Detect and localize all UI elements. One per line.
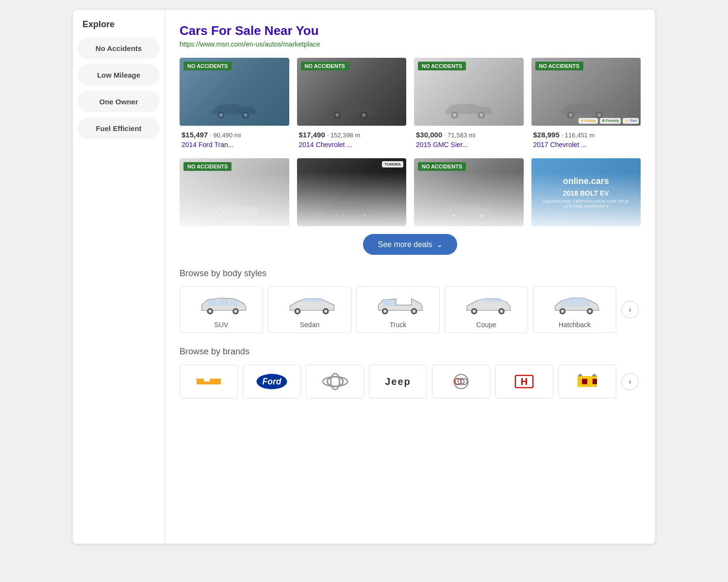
sidebar-item-low-mileage[interactable]: Low Mileage: [78, 64, 160, 86]
car-image-5: NO ACCIDENTS: [180, 158, 289, 226]
svg-point-3: [244, 113, 247, 116]
car-price-line-1: $15,497 · 90,490 mi: [182, 131, 287, 139]
brands-grid: Ford Jeep: [180, 365, 641, 399]
car-price-4: $28,995: [533, 131, 560, 139]
svg-rect-30: [231, 300, 238, 306]
svg-point-34: [234, 310, 237, 313]
truck-image: [376, 293, 420, 317]
suv-label: SUV: [184, 321, 259, 329]
no-accidents-badge-3: NO ACCIDENTS: [418, 62, 466, 70]
car-info-4: $28,995 · 116,451 m 2017 Chevrolet ...: [531, 126, 641, 150]
svg-point-22: [362, 212, 369, 219]
car-card-1[interactable]: NO ACCIDENTS $15,497 · 90,490 mi 2014: [180, 58, 289, 150]
ford-logo: Ford: [255, 372, 289, 391]
brand-ford[interactable]: Ford: [243, 365, 301, 399]
svg-rect-28: [207, 300, 217, 306]
svg-point-52: [588, 310, 591, 313]
car-mileage-4: · 116,451 m: [562, 132, 595, 139]
car-price-line-4: $28,995 · 116,451 m: [533, 131, 639, 139]
main-content: Cars For Sale Near You https://www.msn.c…: [165, 10, 655, 544]
ad-model: 2018 BOLT EV: [563, 189, 609, 197]
svg-text:H: H: [521, 376, 528, 387]
no-accidents-badge-4: NO ACCIDENTS: [535, 62, 583, 70]
car-card-4[interactable]: NO ACCIDENTS ★ Findlay ♻ Friendly ⚡ Fort: [531, 58, 641, 150]
brands-next-arrow[interactable]: ›: [621, 373, 639, 390]
car-card-ad[interactable]: online.cars 2018 BOLT EV UNDERGONE CERTI…: [531, 158, 641, 226]
see-more-button[interactable]: See more deals ⌄: [363, 234, 457, 255]
car-price-line-2: $17,490 · 152,398 m: [299, 131, 405, 139]
see-more-label: See more deals: [378, 240, 432, 249]
no-accidents-badge-1: NO ACCIDENTS: [183, 62, 232, 70]
brand-honda[interactable]: H: [495, 365, 553, 399]
truck-label: Truck: [361, 321, 435, 329]
body-style-truck[interactable]: Truck: [356, 286, 440, 333]
car-image-6: TUNDRA: [297, 158, 407, 226]
svg-point-9: [453, 113, 456, 116]
svg-text:Ford: Ford: [263, 377, 281, 386]
ad-text: UNDERGONE CERTIFICATION FOR TRUE LIFETIM…: [536, 199, 636, 209]
car-name-2[interactable]: 2014 Chevrolet ...: [299, 141, 405, 149]
car-image-7: NO ACCIDENTS: [414, 158, 524, 226]
car-info-1: $15,497 · 90,490 mi 2014 Ford Tran...: [180, 126, 289, 150]
coupe-image: [464, 293, 508, 317]
no-accidents-badge-5: NO ACCIDENTS: [183, 162, 232, 171]
car-card-3[interactable]: NO ACCIDENTS $30,000 · 71,583 mi 2015: [414, 58, 524, 150]
brand-toyota[interactable]: [306, 365, 364, 399]
chevrolet-logo: [194, 372, 223, 391]
car-name-3[interactable]: 2015 GMC Sier...: [416, 141, 522, 149]
page-title: Cars For Sale Near You: [180, 23, 641, 38]
car-card-6[interactable]: TUNDRA: [297, 158, 407, 226]
see-more-container: See more deals ⌄: [180, 234, 641, 255]
car-mileage-1: · 90,490 mi: [210, 132, 241, 139]
toyota-logo: [322, 372, 348, 391]
car-card-5[interactable]: NO ACCIDENTS: [180, 158, 289, 226]
car-grid-row1: NO ACCIDENTS $15,497 · 90,490 mi 2014: [180, 58, 641, 150]
svg-rect-29: [219, 299, 229, 306]
svg-rect-69: [578, 376, 597, 379]
sidebar-item-fuel-efficient[interactable]: Fuel Efficient: [78, 117, 160, 139]
body-style-suv[interactable]: SUV: [180, 286, 263, 333]
svg-point-27: [480, 214, 484, 217]
body-styles-next-arrow[interactable]: ›: [621, 301, 639, 318]
page-url[interactable]: https://www.msn.com/en-us/autos/marketpl…: [180, 40, 641, 48]
sedan-image: [288, 293, 331, 317]
car-mileage-3: · 71,583 mi: [444, 132, 475, 139]
svg-point-43: [413, 310, 415, 313]
body-style-hatchback[interactable]: Hatchback: [533, 286, 616, 333]
sidebar-item-one-owner[interactable]: One Owner: [78, 91, 160, 113]
ad-card: online.cars 2018 BOLT EV UNDERGONE CERTI…: [531, 158, 641, 226]
browse-brands-title: Browse by brands: [180, 347, 641, 357]
coupe-label: Coupe: [449, 321, 524, 329]
svg-point-7: [362, 113, 365, 116]
car-card-2[interactable]: NO ACCIDENTS $17,490 · 152,398 m 2014: [297, 58, 407, 150]
brand-cadillac[interactable]: [558, 365, 616, 399]
no-accidents-badge-7: NO ACCIDENTS: [418, 162, 466, 171]
svg-point-1: [219, 113, 223, 116]
car-image-4: NO ACCIDENTS ★ Findlay ♻ Friendly ⚡ Fort: [531, 58, 641, 126]
sidebar-item-no-accidents[interactable]: No Accidents: [78, 37, 160, 59]
car-name-4[interactable]: 2017 Chevrolet ...: [533, 141, 639, 149]
car-price-line-3: $30,000 · 71,583 mi: [416, 131, 522, 139]
body-styles-grid: SUV Sedan: [180, 286, 641, 333]
svg-point-19: [246, 214, 249, 217]
svg-point-47: [500, 310, 503, 313]
car-price-2: $17,490: [299, 131, 325, 139]
svg-point-18: [244, 212, 251, 219]
car-name-1[interactable]: 2014 Ford Tran...: [182, 141, 287, 149]
svg-point-38: [324, 310, 327, 313]
body-style-sedan[interactable]: Sedan: [268, 286, 351, 333]
brand-jeep[interactable]: Jeep: [369, 365, 427, 399]
brand-buick[interactable]: [432, 365, 490, 399]
hatchback-image: [553, 293, 596, 317]
car-info-2: $17,490 · 152,398 m 2014 Chevrolet ...: [297, 126, 407, 150]
body-style-coupe[interactable]: Coupe: [445, 286, 528, 333]
svg-point-45: [473, 310, 476, 313]
main-container: Explore No Accidents Low Mileage One Own…: [73, 10, 655, 544]
svg-rect-39: [383, 300, 396, 306]
see-more-chevron-icon: ⌄: [436, 240, 443, 249]
car-mileage-2: · 152,398 m: [327, 132, 361, 139]
car-card-7[interactable]: NO ACCIDENTS: [414, 158, 524, 226]
brand-chevrolet[interactable]: [180, 365, 238, 399]
car-image-3: NO ACCIDENTS: [414, 58, 524, 126]
car-price-3: $30,000: [416, 131, 442, 139]
